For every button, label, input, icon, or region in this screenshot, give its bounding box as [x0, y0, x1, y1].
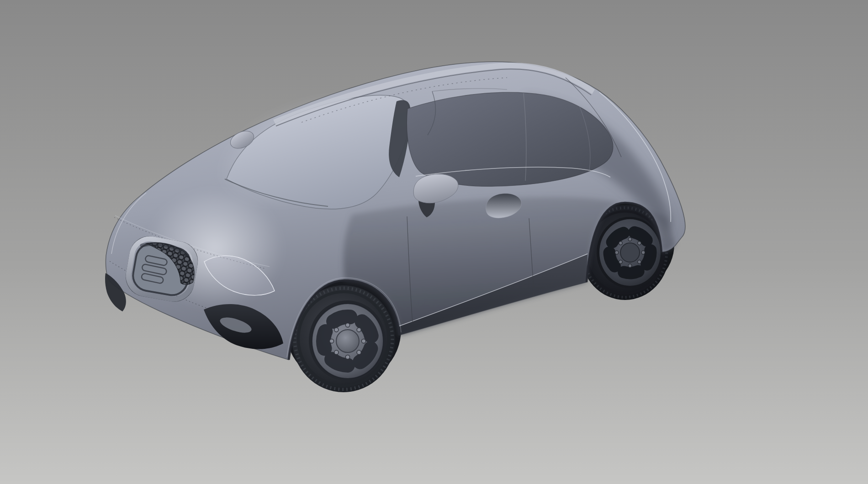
rear-center-cap [620, 243, 640, 262]
front-center-cap [336, 330, 359, 352]
front-grille [123, 234, 200, 304]
cad-viewport[interactable] [0, 0, 868, 484]
render-canvas [0, 0, 868, 484]
